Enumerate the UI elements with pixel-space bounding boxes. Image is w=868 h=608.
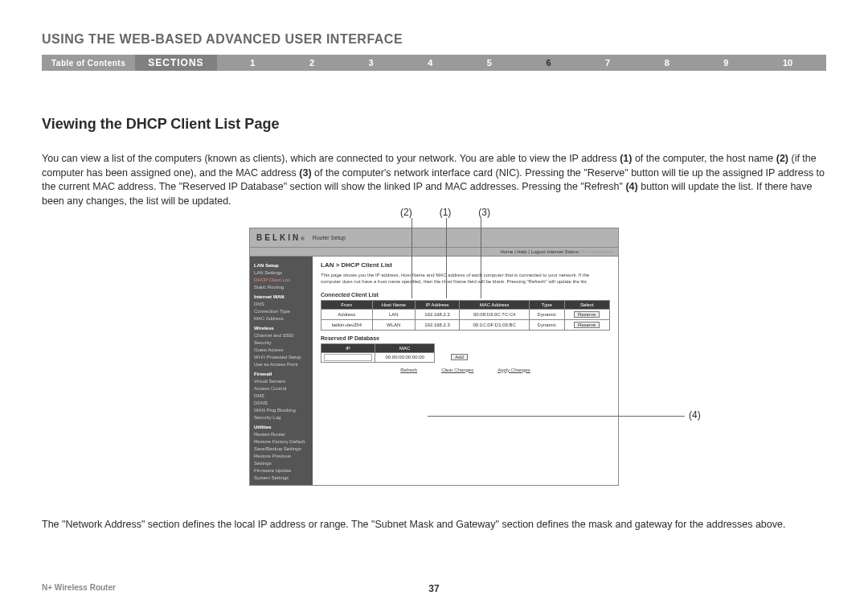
- sidebar-item[interactable]: Security: [254, 339, 309, 347]
- sidebar-item[interactable]: WAN Ping Blocking: [254, 407, 309, 414]
- toc-link[interactable]: Table of Contents: [42, 59, 135, 68]
- callout-4: (4): [689, 409, 701, 421]
- body-paragraph-1: You can view a list of the computers (kn…: [42, 152, 826, 208]
- callout-2: (2): [400, 207, 412, 218]
- section-4[interactable]: 4: [428, 58, 432, 68]
- sidebar-item[interactable]: Restart Router: [254, 431, 309, 438]
- breadcrumb: LAN > DHCP Client List: [321, 261, 610, 269]
- section-7[interactable]: 7: [605, 58, 610, 68]
- sidebar-item[interactable]: Guest Access: [254, 347, 309, 354]
- sidebar-item[interactable]: MAC Address: [254, 315, 309, 322]
- table-row: Address LAN 192.168.2.2 00:08:D3:0C:7C:C…: [321, 309, 610, 319]
- section-heading: Viewing the DHCP Client List Page: [42, 116, 826, 133]
- sidebar-item[interactable]: DMZ: [254, 392, 309, 400]
- section-2[interactable]: 2: [309, 58, 314, 68]
- body-paragraph-2: The "Network Address" section defines th…: [42, 518, 826, 532]
- apply-changes-link[interactable]: Apply Changes: [497, 368, 530, 372]
- callout-line: [428, 416, 685, 417]
- section-5[interactable]: 5: [487, 58, 492, 68]
- router-screenshot: BELKIN® Router Setup Home | Help | Logou…: [249, 228, 619, 486]
- sidebar-item[interactable]: System Settings: [254, 474, 309, 482]
- panel-description: This page shows you the IP address, Host…: [321, 273, 610, 286]
- router-sidebar: LAN Setup LAN Settings DHCP Client List …: [250, 257, 313, 485]
- sidebar-item[interactable]: Channel and SSID: [254, 332, 309, 339]
- reserve-button[interactable]: Reserve: [574, 322, 600, 328]
- section-1[interactable]: 1: [250, 58, 255, 68]
- section-6[interactable]: 6: [546, 58, 551, 68]
- sidebar-item[interactable]: Security Log: [254, 414, 309, 421]
- callout-1: (1): [440, 207, 452, 218]
- connected-list-label: Connected Client List: [321, 292, 610, 298]
- sidebar-item[interactable]: Static Routing: [254, 284, 309, 291]
- router-setup-label: Router Setup: [313, 235, 346, 240]
- sidebar-item[interactable]: Connection Type: [254, 308, 309, 315]
- sidebar-item[interactable]: Restore Previous Settings: [254, 453, 309, 467]
- sidebar-item[interactable]: Restore Factory Default: [254, 438, 309, 446]
- figure: (2) (1) (3) (4) BELKIN® Router Setup Hom…: [42, 228, 826, 486]
- sidebar-item[interactable]: Use as Access Point: [254, 361, 309, 368]
- sidebar-item[interactable]: DDNS: [254, 400, 309, 407]
- reserved-table: IP MAC 00:00:00:00:00:00 Add: [321, 343, 484, 363]
- sidebar-item[interactable]: Save/Backup Settings: [254, 446, 309, 453]
- callout-line: [411, 218, 412, 298]
- section-8[interactable]: 8: [665, 58, 669, 68]
- brand-logo: BELKIN®: [256, 233, 305, 242]
- nav-bar: Table of Contents SECTIONS 1 2 3 4 5 6 7…: [42, 55, 826, 71]
- reserved-db-label: Reserved IP Database: [321, 335, 610, 341]
- sidebar-item[interactable]: Access Control: [254, 385, 309, 392]
- product-name: N+ Wireless Router: [42, 583, 116, 592]
- callout-3: (3): [478, 207, 490, 218]
- sidebar-item-active[interactable]: DHCP Client List: [254, 277, 309, 284]
- page-title: USING THE WEB-BASED ADVANCED USER INTERF…: [42, 32, 826, 47]
- client-table: From Host Name IP Address MAC Address Ty…: [321, 300, 610, 331]
- sidebar-item[interactable]: Wi-Fi Protected Setup: [254, 354, 309, 361]
- page-number: 37: [428, 583, 439, 594]
- sidebar-item[interactable]: DNS: [254, 301, 309, 308]
- sidebar-item[interactable]: LAN Settings: [254, 269, 309, 277]
- reserve-button[interactable]: Reserve: [574, 311, 600, 318]
- section-9[interactable]: 9: [723, 58, 728, 68]
- section-numbers: 1 2 3 4 5 6 7 8 9 10: [217, 58, 826, 68]
- table-row: belkin-dev254 WLAN 192.168.2.3 00:1C:DF:…: [321, 319, 610, 330]
- add-button[interactable]: Add: [451, 354, 468, 360]
- section-3[interactable]: 3: [369, 58, 374, 68]
- callout-line: [446, 218, 447, 298]
- clear-changes-link[interactable]: Clear Changes: [441, 368, 473, 372]
- router-main-panel: LAN > DHCP Client List This page shows y…: [313, 257, 618, 485]
- refresh-link[interactable]: Refresh: [400, 368, 417, 372]
- sections-label: SECTIONS: [135, 55, 216, 71]
- router-status-bar: Home | Help | Logout Internet Status: No…: [250, 248, 618, 257]
- sidebar-item[interactable]: Virtual Servers: [254, 378, 309, 385]
- sidebar-item[interactable]: Firmware Update: [254, 467, 309, 474]
- section-10[interactable]: 10: [783, 58, 792, 68]
- ip-input[interactable]: [324, 354, 372, 361]
- callout-line: [481, 218, 481, 298]
